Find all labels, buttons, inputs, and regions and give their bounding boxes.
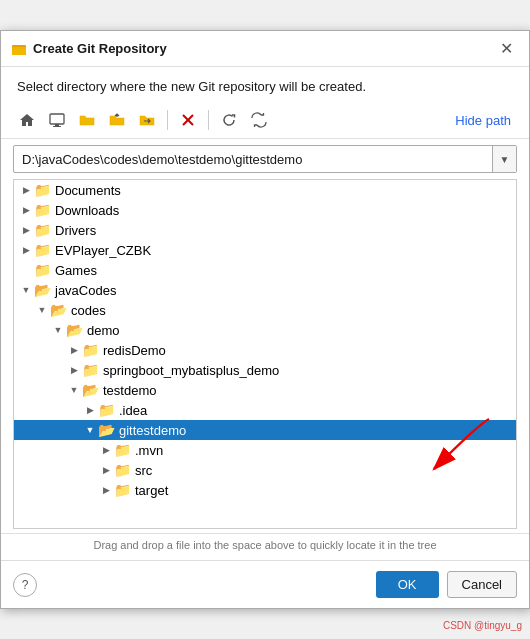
- watermark: CSDN @tingyu_g: [443, 620, 522, 631]
- folder-link-button[interactable]: [133, 106, 161, 134]
- dialog-title: Create Git Repository: [33, 41, 494, 56]
- svg-rect-3: [55, 124, 59, 126]
- item-label: Documents: [55, 183, 121, 198]
- folder-icon: 📂: [98, 422, 115, 438]
- tree-item-documents[interactable]: ▶ 📁 Documents: [14, 180, 516, 200]
- folder-icon: 📁: [114, 442, 131, 458]
- item-label: EVPlayer_CZBK: [55, 243, 151, 258]
- item-label: testdemo: [103, 383, 156, 398]
- tree-item-evplayer[interactable]: ▶ 📁 EVPlayer_CZBK: [14, 240, 516, 260]
- expand-arrow: ▶: [66, 362, 82, 378]
- expand-arrow: ▶: [18, 182, 34, 198]
- drag-hint: Drag and drop a file into the space abov…: [1, 533, 529, 556]
- dialog-icon: [11, 41, 27, 57]
- folder-icon: 📂: [82, 382, 99, 398]
- path-dropdown-button[interactable]: ▼: [492, 146, 516, 172]
- tree-wrapper: ▶ 📁 Documents ▶ 📁 Downloads ▶ 📁 Drivers …: [1, 179, 529, 529]
- toolbar: Hide path: [1, 102, 529, 139]
- path-bar: ▼: [13, 145, 517, 173]
- hide-path-button[interactable]: Hide path: [449, 109, 517, 132]
- item-label: gittestdemo: [119, 423, 186, 438]
- svg-rect-2: [50, 114, 64, 124]
- expand-arrow: ▶: [66, 342, 82, 358]
- path-input[interactable]: [14, 148, 492, 171]
- item-label: demo: [87, 323, 120, 338]
- item-label: Games: [55, 263, 97, 278]
- expand-arrow: ▶: [18, 222, 34, 238]
- svg-rect-4: [53, 126, 61, 127]
- folder-icon: 📁: [34, 222, 51, 238]
- expand-arrow: ▶: [18, 202, 34, 218]
- folder-icon: 📁: [34, 202, 51, 218]
- tree-item-mvn[interactable]: ▶ 📁 .mvn: [14, 440, 516, 460]
- tree-item-src[interactable]: ▶ 📁 src: [14, 460, 516, 480]
- item-label: Drivers: [55, 223, 96, 238]
- file-tree[interactable]: ▶ 📁 Documents ▶ 📁 Downloads ▶ 📁 Drivers …: [13, 179, 517, 529]
- delete-button[interactable]: [174, 106, 202, 134]
- folder-icon: 📁: [114, 482, 131, 498]
- item-label: Downloads: [55, 203, 119, 218]
- tree-item-idea[interactable]: ▶ 📁 .idea: [14, 400, 516, 420]
- expand-arrow: ▼: [34, 302, 50, 318]
- folder-icon: 📁: [82, 342, 99, 358]
- bottom-bar: ? OK Cancel: [1, 560, 529, 608]
- folder-button-2[interactable]: [103, 106, 131, 134]
- item-label: .mvn: [135, 443, 163, 458]
- title-bar: Create Git Repository ✕: [1, 31, 529, 67]
- item-label: target: [135, 483, 168, 498]
- refresh-button[interactable]: [215, 106, 243, 134]
- tree-item-demo[interactable]: ▼ 📂 demo: [14, 320, 516, 340]
- tree-item-games[interactable]: 📁 Games: [14, 260, 516, 280]
- item-label: springboot_mybatisplus_demo: [103, 363, 279, 378]
- close-button[interactable]: ✕: [494, 37, 519, 60]
- folder-icon: 📂: [66, 322, 83, 338]
- expand-arrow: ▼: [82, 422, 98, 438]
- tree-item-javacodes[interactable]: ▼ 📂 javaCodes: [14, 280, 516, 300]
- tree-item-springboot[interactable]: ▶ 📁 springboot_mybatisplus_demo: [14, 360, 516, 380]
- tree-item-codes[interactable]: ▼ 📂 codes: [14, 300, 516, 320]
- folder-icon: 📁: [34, 262, 51, 278]
- bottom-actions: OK Cancel: [376, 571, 517, 598]
- item-label: .idea: [119, 403, 147, 418]
- ok-button[interactable]: OK: [376, 571, 439, 598]
- home-button[interactable]: [13, 106, 41, 134]
- folder-icon: 📁: [34, 242, 51, 258]
- item-label: codes: [71, 303, 106, 318]
- folder-icon: 📁: [114, 462, 131, 478]
- help-button[interactable]: ?: [13, 573, 37, 597]
- tree-item-gittestdemo[interactable]: ▼ 📂 gittestdemo: [14, 420, 516, 440]
- desktop-button[interactable]: [43, 106, 71, 134]
- create-git-repository-dialog: Create Git Repository ✕ Select directory…: [0, 30, 530, 609]
- expand-arrow: ▼: [50, 322, 66, 338]
- item-label: redisDemo: [103, 343, 166, 358]
- expand-arrow: ▶: [98, 482, 114, 498]
- expand-arrow: ▶: [98, 462, 114, 478]
- expand-arrow: ▶: [18, 242, 34, 258]
- expand-arrow: ▼: [66, 382, 82, 398]
- expand-arrow: ▶: [82, 402, 98, 418]
- folder-icon: 📁: [82, 362, 99, 378]
- tree-item-target[interactable]: ▶ 📁 target: [14, 480, 516, 500]
- cancel-button[interactable]: Cancel: [447, 571, 517, 598]
- sync-button[interactable]: [245, 106, 273, 134]
- expand-arrow: ▼: [18, 282, 34, 298]
- folder-icon: 📂: [34, 282, 51, 298]
- tree-item-testdemo[interactable]: ▼ 📂 testdemo: [14, 380, 516, 400]
- folder-icon: 📂: [50, 302, 67, 318]
- folder-icon: 📁: [34, 182, 51, 198]
- folder-button-1[interactable]: [73, 106, 101, 134]
- tree-item-drivers[interactable]: ▶ 📁 Drivers: [14, 220, 516, 240]
- item-label: src: [135, 463, 152, 478]
- tree-item-redisdemo[interactable]: ▶ 📁 redisDemo: [14, 340, 516, 360]
- folder-icon: 📁: [98, 402, 115, 418]
- tree-item-downloads[interactable]: ▶ 📁 Downloads: [14, 200, 516, 220]
- separator-2: [208, 110, 209, 130]
- expand-arrow: ▶: [98, 442, 114, 458]
- item-label: javaCodes: [55, 283, 116, 298]
- separator-1: [167, 110, 168, 130]
- dialog-description: Select directory where the new Git repos…: [1, 67, 529, 102]
